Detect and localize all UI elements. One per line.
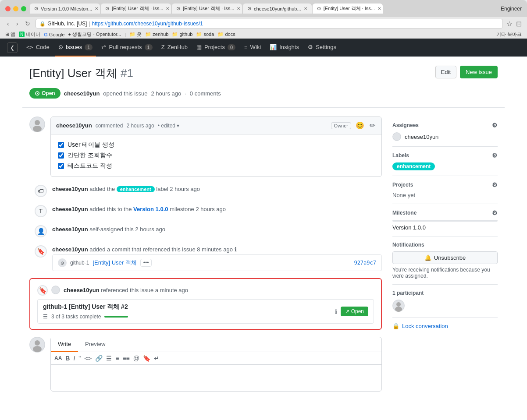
- url-bar[interactable]: 🔒 GitHub, Inc. [US] | https://github.com…: [36, 19, 503, 28]
- nav-settings-label: Settings: [316, 44, 336, 50]
- tab-2-close[interactable]: ✕: [166, 6, 169, 11]
- issue-comments: 0 comments: [190, 90, 221, 97]
- bm-apps[interactable]: ⊞ 앱: [5, 31, 15, 38]
- svg-point-1: [35, 120, 40, 125]
- unsubscribe-button[interactable]: 🔔 Unsubscribe: [392, 251, 498, 264]
- commit-sha[interactable]: 927a9c7: [354, 260, 376, 266]
- toolbar-ol[interactable]: ≡: [115, 355, 119, 362]
- bm-folder-github[interactable]: 📁 github: [172, 32, 192, 37]
- collapse-button[interactable]: ❮: [7, 42, 18, 53]
- toolbar-bold[interactable]: B: [65, 355, 70, 362]
- bm-folder-docs[interactable]: 📁 docs: [217, 32, 235, 37]
- ref-issue-title[interactable]: github-1 [Entity] User 객체 #2: [43, 303, 128, 311]
- bm-folder-soda[interactable]: 📁 soda: [196, 32, 214, 37]
- reader-icon[interactable]: ⊡: [516, 20, 522, 28]
- close-dot[interactable]: [5, 6, 11, 11]
- commit-message[interactable]: [Entity] User 객체: [93, 259, 136, 267]
- task-checkbox-1[interactable]: [58, 142, 64, 148]
- toolbar-ref[interactable]: 🔖: [143, 355, 150, 362]
- task-checkbox-2[interactable]: [58, 152, 64, 159]
- nav-code[interactable]: <> Code: [23, 39, 53, 56]
- tab-2[interactable]: ⊙ [Entity] User 객체 · Iss... ✕: [101, 4, 171, 14]
- nav-zenhub[interactable]: Z ZenHub: [158, 39, 191, 56]
- comment-author[interactable]: cheese10yun: [56, 122, 92, 129]
- maximize-dot[interactable]: [21, 6, 26, 11]
- lock-label: Lock conversation: [402, 323, 448, 329]
- commit-event-icon: 🔖: [35, 245, 47, 258]
- commit-row: ⊙ github-1 [Entity] User 객체 ••• 927a9c7: [52, 254, 382, 271]
- ref-author[interactable]: cheese10yun: [64, 287, 100, 293]
- tl-ms-author[interactable]: cheese10yun: [52, 206, 88, 212]
- edit-button[interactable]: Edit: [435, 66, 456, 78]
- toolbar-reply[interactable]: ↵: [154, 355, 159, 362]
- repo-nav: ❮ <> Code ⊙ Issues 1 ⇄ Pull requests 1 Z…: [0, 39, 527, 57]
- tl-label-author[interactable]: cheese10yun: [52, 186, 88, 192]
- nav-projects-label: Projects: [204, 44, 225, 50]
- url-bar-row: ‹ › ↻ 🔒 GitHub, Inc. [US] | https://gith…: [0, 17, 527, 30]
- tab-2-icon: ⊙: [105, 6, 109, 11]
- bm-naver[interactable]: N 네이버: [19, 31, 40, 38]
- timeline-label-event: 🏷 cheese10yun added the enhancement labe…: [29, 184, 382, 197]
- nav-code-label: Code: [36, 44, 50, 50]
- more-button[interactable]: •••: [140, 259, 152, 267]
- task-checkbox-3[interactable]: [58, 163, 64, 169]
- back-button[interactable]: ‹: [5, 19, 11, 28]
- tab-5-close[interactable]: ✕: [377, 6, 381, 11]
- minimize-dot[interactable]: [13, 6, 18, 11]
- tl-commit-author[interactable]: cheese10yun: [52, 246, 88, 253]
- open-issue-button[interactable]: ↗ Open: [341, 307, 368, 316]
- write-content[interactable]: [51, 365, 381, 391]
- bm-coding[interactable]: ● 생활코딩 - Opentutor...: [68, 31, 121, 38]
- milestone-gear-icon[interactable]: ⚙: [492, 209, 498, 216]
- tab-3[interactable]: ⊙ [Entity] User 객체 · Iss... ✕: [172, 4, 242, 14]
- toolbar-mention[interactable]: @: [133, 355, 139, 362]
- toolbar-heading[interactable]: AA: [54, 355, 62, 361]
- toolbar-code[interactable]: <>: [84, 355, 92, 362]
- assignees-gear-icon[interactable]: ⚙: [492, 122, 498, 129]
- edit-comment-button[interactable]: ✏: [369, 120, 376, 131]
- toolbar-link[interactable]: 🔗: [95, 355, 103, 362]
- label-enhancement[interactable]: enhancement: [392, 162, 435, 170]
- tab-5-active[interactable]: ⊙ [Entity] User 객체 · Iss... ✕: [313, 4, 383, 14]
- labels-gear-icon[interactable]: ⚙: [492, 152, 498, 159]
- bm-folder-ot[interactable]: 📁 옷: [129, 31, 142, 38]
- enhancement-label[interactable]: enhancement: [117, 186, 155, 192]
- toolbar-quote[interactable]: ": [78, 355, 81, 362]
- tab-4-close[interactable]: ✕: [304, 6, 307, 11]
- tab-1-icon: ⊙: [34, 6, 38, 11]
- tab-3-close[interactable]: ✕: [237, 6, 240, 11]
- forward-button[interactable]: ›: [14, 19, 20, 28]
- bm-more[interactable]: 기타 북마크: [496, 31, 522, 38]
- ref-info-icon: ℹ: [335, 308, 337, 315]
- toolbar-italic[interactable]: I: [73, 355, 75, 362]
- nav-insights[interactable]: 📊 Insights: [266, 39, 303, 56]
- nav-issues[interactable]: ⊙ Issues 1: [55, 39, 96, 56]
- issue-author[interactable]: cheese10yun: [64, 90, 100, 97]
- lock-conversation[interactable]: 🔒 Lock conversation: [392, 318, 498, 329]
- preview-tab[interactable]: Preview: [78, 337, 112, 352]
- bm-folder-zenhub[interactable]: 📁 zenhub: [145, 32, 168, 37]
- tab-1-close[interactable]: ✕: [95, 6, 98, 11]
- tab-1[interactable]: ⊙ Version 1.0.0 Mileston... ✕: [30, 4, 100, 14]
- toolbar-task[interactable]: ≡≡: [122, 355, 129, 362]
- nav-prs[interactable]: ⇄ Pull requests 1: [98, 39, 156, 56]
- emoji-button[interactable]: 😊: [355, 120, 365, 131]
- tab-4[interactable]: ⊙ cheese10yun/github... ✕: [243, 4, 312, 14]
- issue-number: #1: [121, 67, 133, 80]
- assignee-name[interactable]: cheese10yun: [405, 134, 438, 140]
- milestone-link[interactable]: Version 1.0.0: [133, 206, 168, 212]
- new-issue-button[interactable]: New issue: [460, 66, 498, 78]
- refresh-button[interactable]: ↻: [23, 19, 32, 28]
- nav-wiki[interactable]: ≡ Wiki: [241, 39, 264, 56]
- star-icon[interactable]: ☆: [506, 20, 513, 28]
- nav-insights-label: Insights: [279, 44, 299, 50]
- nav-projects[interactable]: ▦ Projects 0: [193, 39, 239, 56]
- write-tab[interactable]: Write: [51, 337, 78, 352]
- edited-link[interactable]: • edited ▾: [158, 123, 180, 129]
- bm-google[interactable]: G Google: [44, 32, 64, 37]
- toolbar-ul[interactable]: ☰: [106, 355, 112, 362]
- tl-assign-author[interactable]: cheese10yun: [52, 226, 88, 233]
- projects-gear-icon[interactable]: ⚙: [492, 181, 498, 188]
- milestone-value[interactable]: Version 1.0.0: [392, 224, 426, 231]
- nav-settings[interactable]: ⚙ Settings: [304, 39, 340, 56]
